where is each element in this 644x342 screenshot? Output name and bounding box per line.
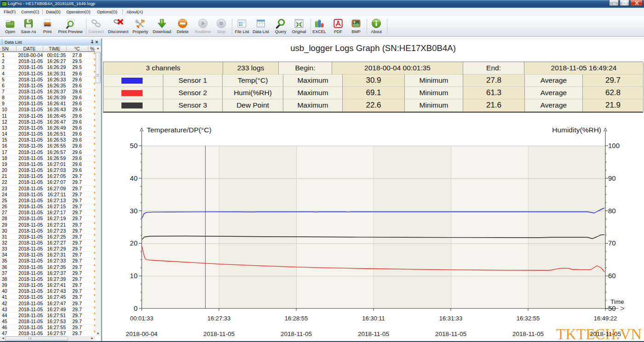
svg-text:Temperature/DP(°C): Temperature/DP(°C) [147, 126, 212, 134]
svg-text:2018-11-05: 2018-11-05 [281, 331, 312, 337]
svg-text:2018-00-04: 2018-00-04 [126, 331, 158, 337]
svg-text:2018-11-05: 2018-11-05 [358, 331, 389, 337]
svg-text:100: 100 [608, 142, 620, 149]
svg-text:40: 40 [130, 174, 138, 182]
svg-text:10: 10 [130, 272, 138, 279]
svg-text:20: 20 [130, 239, 138, 247]
svg-text:16:31:33: 16:31:33 [439, 315, 463, 322]
svg-text:2018-11-05: 2018-11-05 [435, 331, 466, 337]
svg-text:0: 0 [134, 304, 138, 312]
svg-text:16:32:55: 16:32:55 [517, 315, 540, 322]
svg-text:30: 30 [130, 207, 138, 215]
svg-text:50: 50 [130, 142, 138, 149]
svg-text:50: 50 [608, 304, 616, 312]
svg-text:Humidity(%RH): Humidity(%RH) [552, 126, 601, 134]
svg-text:16:27:33: 16:27:33 [207, 315, 231, 322]
svg-text:90: 90 [608, 174, 616, 182]
svg-text:16:30:11: 16:30:11 [362, 315, 385, 322]
svg-text:16:49:22: 16:49:22 [594, 315, 617, 322]
svg-text:70: 70 [608, 239, 616, 247]
svg-text:80: 80 [608, 207, 616, 215]
svg-text:00:01:33: 00:01:33 [130, 315, 154, 322]
svg-text:2018-11-05: 2018-11-05 [512, 331, 544, 337]
svg-text:16:28:55: 16:28:55 [285, 315, 308, 322]
svg-text:60: 60 [608, 272, 616, 279]
svg-text:2018-11-05: 2018-11-05 [203, 331, 235, 337]
svg-text:Time: Time [610, 298, 624, 305]
svg-text:2018-11-05: 2018-11-05 [590, 331, 621, 337]
